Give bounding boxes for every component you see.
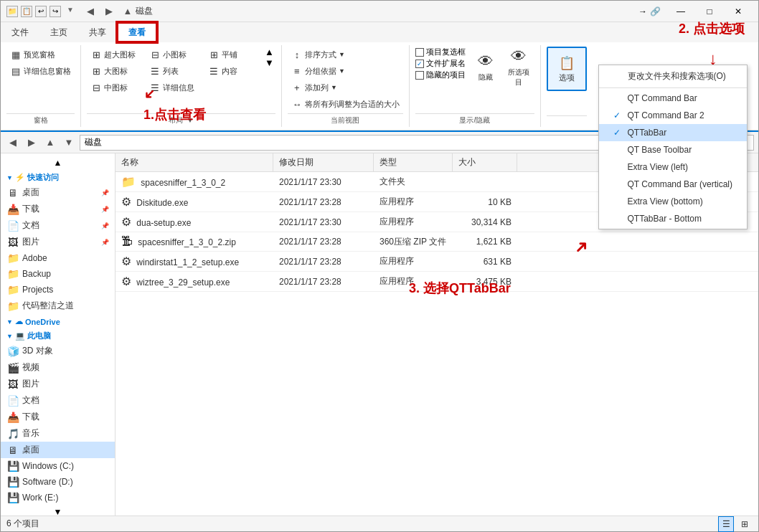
small-icons-button[interactable]: ⊟ 小图标	[146, 47, 203, 62]
preview-pane-button[interactable]: ▦ 预览窗格	[6, 47, 75, 62]
cell-size: 3,475 KB	[453, 274, 517, 290]
section-this-pc[interactable]: ▼ 💻 此电脑	[1, 328, 115, 343]
context-menu-item-qttabbar[interactable]: ✓ QTTabBar	[599, 124, 747, 141]
sidebar-item-desktop2[interactable]: 🖥 桌面	[1, 442, 115, 458]
details-button[interactable]: ☰ 详细信息	[146, 80, 203, 95]
col-name[interactable]: 名称	[116, 153, 273, 171]
context-menu-item-qttabbar-bottom[interactable]: QTTabBar - Bottom	[599, 210, 747, 227]
col-type[interactable]: 类型	[374, 153, 453, 171]
options-button[interactable]: 📋 选项	[547, 47, 587, 91]
tab-file[interactable]: 文件	[1, 22, 39, 42]
tab-view[interactable]: 查看	[117, 22, 157, 42]
fit-columns-button[interactable]: ↔ 将所有列调整为合适的大小	[288, 96, 403, 112]
maximize-button[interactable]: □	[695, 1, 724, 22]
context-menu-item-extra-view-left[interactable]: Extra View (left)	[599, 158, 747, 176]
app2-icon: ⚙	[121, 216, 131, 228]
large-icons-button[interactable]: ⊞ 大图标	[87, 63, 144, 79]
windows-c-icon: 💾	[6, 460, 19, 472]
sidebar-item-codeclean[interactable]: 📁 代码整洁之道	[1, 298, 115, 314]
sidebar-item-docs2[interactable]: 📄 文档	[1, 392, 115, 409]
selected-items-button[interactable]: 👁 所选项目	[503, 47, 534, 88]
up-addr-button[interactable]: ▲	[42, 135, 58, 151]
sidebar-item-pics1[interactable]: 🖼 图片 📌	[1, 234, 115, 250]
checkbox-hidden-items[interactable]: 隐藏的项目	[415, 70, 466, 80]
context-menu-item-qt-base-toolbar[interactable]: QT Base Toolbar	[599, 141, 747, 158]
item-checkbox-box[interactable]	[415, 48, 424, 57]
cell-date: 2021/1/17 23:28	[273, 274, 374, 290]
group-by-button[interactable]: ≡ 分组依据 ▼	[288, 63, 403, 79]
download1-icon: 📥	[6, 204, 19, 215]
sidebar-item-pics2[interactable]: 🖼 图片	[1, 376, 115, 392]
col-date[interactable]: 修改日期	[273, 153, 374, 171]
sidebar-item-windows-c[interactable]: 💾 Windows (C:)	[1, 458, 115, 474]
sidebar-item-adobe[interactable]: 📁 Adobe	[1, 250, 115, 266]
context-menu-item-extra-view-bottom[interactable]: Extra View (bottom)	[599, 193, 747, 210]
content-button[interactable]: ☰ 内容	[204, 63, 262, 79]
address-input[interactable]: 磁盘	[80, 135, 636, 151]
sidebar-item-desktop1[interactable]: 🖥 桌面 📌	[1, 184, 115, 201]
properties-icon[interactable]: 📋	[21, 6, 32, 17]
close-button[interactable]: ✕	[724, 1, 753, 22]
tab-home[interactable]: 主页	[39, 22, 78, 42]
sidebar-scroll-up[interactable]: ▲	[1, 156, 115, 169]
sidebar-item-docs1[interactable]: 📄 文档 📌	[1, 217, 115, 234]
hide-button[interactable]: 👁 隐藏	[470, 47, 501, 88]
details-view-button[interactable]: ☰	[718, 516, 734, 532]
tab-share[interactable]: 共享	[78, 22, 117, 42]
group-current-view: ↕ 排序方式 ▼ ≡ 分组依据 ▼ + 添加列	[282, 45, 410, 127]
undo-icon[interactable]: ↩	[35, 6, 47, 17]
sidebar-item-backup[interactable]: 📁 Backup	[1, 266, 115, 282]
context-menu-item-change-folder[interactable]: 更改文件夹和搜索选项(O)	[599, 67, 747, 86]
sort-button[interactable]: ↕ 排序方式 ▼	[288, 47, 403, 62]
forward-addr-button[interactable]: ▶	[24, 135, 39, 151]
back-addr-button[interactable]: ◀	[5, 135, 21, 151]
medium-icons-button[interactable]: ⊟ 中图标	[87, 80, 144, 95]
layout-expand-button[interactable]: ▲▼	[263, 47, 275, 68]
sidebar-item-3d[interactable]: 🧊 3D 对象	[1, 343, 115, 359]
group-by-icon: ≡	[291, 65, 303, 77]
details-pane-button[interactable]: ▤ 详细信息窗格	[6, 63, 75, 79]
tile-button[interactable]: ⊞ 平铺	[204, 47, 262, 62]
list-button[interactable]: ☰ 列表	[146, 63, 203, 79]
huge-icons-button[interactable]: ⊞ 超大图标	[87, 47, 144, 62]
section-onedrive[interactable]: ▼ ☁ OneDrive	[1, 314, 115, 328]
context-menu-item-qt-command-bar2[interactable]: ✓ QT Command Bar 2	[599, 107, 747, 124]
options-icon: 📋	[559, 55, 575, 71]
back-button[interactable]: ◀	[82, 4, 98, 19]
checkbox-file-ext[interactable]: ✓ 文件扩展名	[415, 58, 466, 69]
table-row[interactable]: ⚙ windirstat1_1_2_setup.exe 2021/1/17 23…	[116, 252, 758, 272]
table-row[interactable]: 🗜 spacesniffer_1_3_0_2.zip 2021/1/17 23:…	[116, 232, 758, 252]
section-quick-access[interactable]: ▼ ⚡ 快速访问	[1, 169, 115, 184]
sidebar-item-software-d[interactable]: 💾 Software (D:)	[1, 474, 115, 490]
group-options: 📋 选项	[541, 45, 593, 127]
redo-icon[interactable]: ↪	[50, 6, 61, 17]
new-folder-icon[interactable]: 📁	[6, 6, 18, 17]
sidebar-item-work-e[interactable]: 💾 Work (E:)	[1, 490, 115, 505]
hide-icon: 👁	[478, 52, 494, 71]
context-menu-item-qt-command-bar-vertical[interactable]: QT Command Bar (vertical)	[599, 176, 747, 193]
current-view-col: ↕ 排序方式 ▼ ≡ 分组依据 ▼ + 添加列	[288, 47, 403, 112]
onedrive-arrow: ▼	[6, 318, 13, 326]
minimize-button[interactable]: —	[666, 1, 695, 22]
hidden-items-box[interactable]	[415, 71, 424, 80]
sidebar-item-projects[interactable]: 📁 Projects	[1, 282, 115, 298]
large-icons-view-button[interactable]: ⊞	[737, 516, 753, 532]
sidebar-item-video[interactable]: 🎬 视频	[1, 359, 115, 376]
cell-type: 360压缩 ZIP 文件	[374, 233, 453, 251]
table-row[interactable]: ⚙ wiztree_3_29_setup.exe 2021/1/17 23:28…	[116, 272, 758, 292]
forward-button[interactable]: ▶	[101, 4, 117, 19]
file-ext-box[interactable]: ✓	[415, 60, 424, 68]
col-size[interactable]: 大小	[453, 153, 517, 171]
add-column-button[interactable]: + 添加列 ▼	[288, 80, 403, 95]
sidebar-item-downloads2[interactable]: 📥 下载	[1, 409, 115, 425]
sidebar-scroll-down[interactable]: ▼	[1, 505, 115, 516]
cell-name: 📁 spacesniffer_1_3_0_2	[116, 172, 273, 191]
up-button[interactable]: ▲	[120, 4, 136, 19]
context-menu-item-qt-command-bar[interactable]: QT Command Bar	[599, 90, 747, 107]
window-controls[interactable]: — □ ✕	[666, 1, 753, 22]
recent-locations-button[interactable]: ▼	[61, 135, 77, 151]
sidebar-item-download1[interactable]: 📥 下载 📌	[1, 201, 115, 217]
layout-col1: ⊞ 超大图标 ⊞ 大图标 ⊟ 中图标	[87, 47, 144, 95]
checkbox-item-checkbox[interactable]: 项目复选框	[415, 47, 466, 57]
sidebar-item-music[interactable]: 🎵 音乐	[1, 425, 115, 442]
